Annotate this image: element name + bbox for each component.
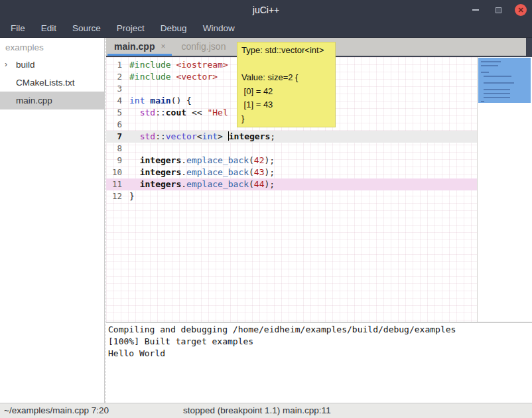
minimap-viewport[interactable]: [478, 58, 531, 103]
juci-window: juCi++ ✕ FileEditSourceProjectDebugWindo…: [0, 0, 532, 418]
restore-button[interactable]: [492, 4, 504, 16]
tree-item-label: main.cpp: [16, 96, 52, 105]
code-token: );: [265, 155, 275, 165]
minimap-code-mark: [484, 93, 510, 94]
code-token: #include: [129, 60, 176, 70]
code-token: 43: [254, 167, 265, 177]
line-number: 11: [106, 178, 126, 190]
code-line-8: 8: [106, 143, 477, 155]
code-token: std: [140, 107, 155, 117]
code-token: cout: [166, 107, 186, 117]
line-code: std::vector<int> integers;: [126, 131, 275, 143]
window-title: juCi++: [0, 0, 532, 20]
minimap-code-mark: [484, 76, 511, 77]
code-line-11: 11 integers.emplace_back(44);: [106, 178, 477, 190]
line-code: #include <vector>: [126, 71, 218, 83]
line-number: 5: [106, 107, 126, 119]
file-tree-panel[interactable]: examples ›buildCMakeLists.txtmain.cpp: [0, 38, 104, 403]
tree-item-cmakelists-txt[interactable]: CMakeLists.txt: [0, 74, 104, 92]
code-token: );: [265, 179, 275, 189]
line-code: [126, 119, 129, 131]
code-token: #include: [129, 72, 176, 82]
line-code: }: [126, 190, 135, 202]
tree-item-build[interactable]: ›build: [0, 56, 104, 74]
tree-item-label: CMakeLists.txt: [16, 78, 75, 88]
expander-icon[interactable]: ›: [5, 56, 7, 74]
code-token: std: [140, 131, 155, 141]
code-token: emplace_back: [186, 167, 249, 177]
code-token: integers: [140, 155, 182, 165]
debug-value-tooltip: Type: std::vector<int> Value: size=2 { […: [237, 42, 336, 127]
line-number: 8: [106, 143, 126, 155]
menu-file[interactable]: File: [3, 20, 33, 37]
code-token: int: [202, 131, 218, 141]
line-number: 9: [106, 155, 126, 167]
terminal-line: Hello World: [108, 348, 532, 360]
code-token: <iostream>: [176, 60, 228, 70]
menu-debug[interactable]: Debug: [153, 20, 195, 37]
code-token: integers: [140, 179, 182, 189]
code-token: .: [181, 179, 186, 189]
minimap-code-mark: [481, 65, 498, 66]
menu-edit[interactable]: Edit: [33, 20, 64, 37]
tree-item-main-cpp[interactable]: main.cpp: [0, 92, 104, 109]
code-token: ;: [270, 131, 275, 141]
minimap-code-mark: [484, 89, 510, 90]
tooltip-line: }: [241, 112, 331, 126]
tab-label: main.cpp: [114, 38, 155, 56]
code-line-7: 7 std::vector<int> integers;: [106, 131, 477, 143]
minimap-code-mark: [484, 97, 510, 98]
minimap-code-mark: [481, 101, 484, 102]
line-number: 2: [106, 71, 126, 83]
menu-window[interactable]: Window: [195, 20, 243, 37]
code-token: (: [249, 155, 254, 165]
terminal-output[interactable]: Compiling and debugging /home/eidheim/ex…: [106, 322, 532, 398]
line-code: integers.emplace_back(43);: [126, 167, 275, 178]
tree-item-label: build: [16, 60, 35, 70]
tooltip-line: [241, 58, 331, 72]
minimize-button[interactable]: [470, 4, 482, 16]
code-token: () {: [171, 96, 192, 105]
minimap[interactable]: [478, 57, 532, 322]
minimap-code-mark: [481, 72, 489, 73]
menu-source[interactable]: Source: [64, 20, 109, 37]
tab-main-cpp[interactable]: main.cpp×: [106, 38, 173, 56]
status-file-position: ~/examples/main.cpp 7:20: [4, 403, 109, 418]
menubar: FileEditSourceProjectDebugWindow: [0, 20, 532, 38]
minimap-code-mark: [484, 82, 514, 84]
tooltip-line: Value: size=2 {: [241, 71, 331, 85]
code-token: (: [249, 167, 254, 177]
line-code: #include <iostream>: [126, 59, 228, 71]
restore-icon: [496, 7, 501, 13]
code-token: vector: [166, 131, 197, 141]
code-token: [129, 179, 140, 189]
code-token: ::: [155, 107, 166, 117]
code-token: <<: [186, 107, 207, 117]
code-token: <vector>: [176, 72, 218, 82]
code-token: integers: [229, 131, 271, 141]
code-token: >: [218, 131, 228, 141]
menu-project[interactable]: Project: [109, 20, 153, 37]
status-debug-state: stopped (breakpoint 1.1) main.cpp:11: [183, 403, 331, 418]
code-token: integers: [140, 167, 182, 177]
file-tree-root-label: examples: [0, 38, 104, 56]
tab-label: config.json: [181, 38, 226, 56]
code-token: );: [265, 167, 275, 177]
close-icon: ✕: [517, 4, 523, 16]
line-number: 10: [106, 167, 126, 178]
tooltip-line: [0] = 42: [241, 85, 331, 99]
titlebar[interactable]: juCi++ ✕: [0, 0, 532, 20]
line-number: 1: [106, 59, 126, 71]
tab-config-json[interactable]: config.json: [173, 38, 233, 56]
line-number: 12: [106, 190, 126, 202]
tab-close-icon[interactable]: ×: [161, 38, 165, 56]
code-token: [129, 131, 140, 141]
minimize-icon: [472, 9, 479, 11]
code-line-10: 10 integers.emplace_back(43);: [106, 167, 477, 178]
status-bar: ~/examples/main.cpp 7:20 stopped (breakp…: [0, 403, 532, 418]
code-token: }: [129, 191, 135, 201]
code-token: .: [181, 155, 186, 165]
close-button[interactable]: ✕: [515, 4, 527, 16]
code-token: <: [197, 131, 202, 141]
terminal-line: Compiling and debugging /home/eidheim/ex…: [108, 324, 532, 336]
